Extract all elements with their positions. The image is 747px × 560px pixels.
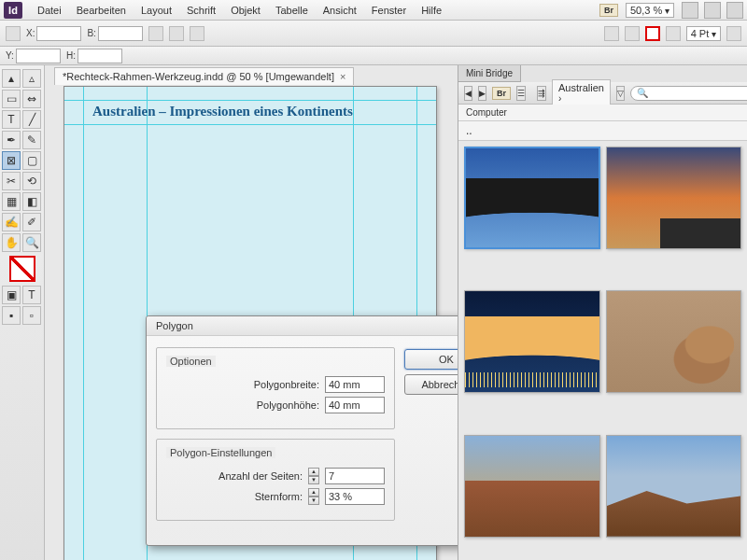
menu-tabelle[interactable]: Tabelle	[268, 2, 316, 19]
thumbnail-5[interactable]	[464, 435, 600, 538]
polygon-height-label: Polygonhöhe:	[257, 399, 319, 411]
path-icon[interactable]: ⇶	[537, 86, 546, 101]
stroke-weight[interactable]: 4 Pt ▾	[686, 26, 721, 41]
menu-schrift[interactable]: Schrift	[179, 2, 223, 19]
normal-view[interactable]: ▪	[2, 306, 21, 325]
view-icon[interactable]: ☰	[516, 86, 526, 101]
rectangle-frame-tool[interactable]: ⊠	[2, 151, 21, 170]
pen-tool[interactable]: ✒	[2, 131, 21, 149]
breadcrumb[interactable]: Australien ›	[552, 79, 611, 106]
bridge-icon[interactable]: Br	[492, 87, 511, 100]
fill-stroke-swatch[interactable]	[9, 256, 35, 282]
hand-tool[interactable]: ✋	[2, 233, 21, 252]
bridge-badge[interactable]: Br	[599, 4, 618, 17]
document-tab-label: *Rechteck-Rahmen-Werkzeug.indd @ 50 % [U…	[63, 71, 334, 82]
polygon-dialog: Polygon Optionen Polygonbreite: Polygonh…	[146, 315, 458, 546]
sides-input[interactable]	[325, 468, 385, 484]
thumbnail-grid	[458, 141, 747, 560]
char-icon[interactable]	[604, 26, 619, 41]
settings-legend: Polygon-Einstellungen	[166, 447, 275, 458]
thumbnail-4[interactable]	[606, 290, 742, 393]
options-legend: Optionen	[166, 356, 216, 367]
effects-icon[interactable]	[726, 26, 741, 41]
toolbox: ▴▵ ▭⇔ T╱ ✒✎ ⊠▢ ✂⟲ ▦◧ ✍✐ ✋🔍 ▣T ▪▫	[0, 65, 45, 560]
thumbnail-2[interactable]	[606, 147, 742, 249]
type-tool[interactable]: T	[2, 110, 21, 129]
thumbnail-3[interactable]	[464, 290, 600, 393]
cancel-button[interactable]: Abbrechen	[404, 374, 458, 395]
star-label: Sternform:	[255, 491, 303, 502]
back-button[interactable]: ◀	[464, 86, 472, 101]
y-label: Y:	[6, 50, 14, 61]
arrange-icon[interactable]	[726, 2, 743, 19]
page-headline: Australien – Impressionen eines Kontinen…	[92, 104, 353, 119]
dialog-title: Polygon	[147, 316, 458, 336]
reference-point-icon[interactable]	[6, 26, 21, 41]
app-logo: Id	[4, 2, 22, 19]
line-tool[interactable]: ╱	[22, 110, 41, 129]
menu-hilfe[interactable]: Hilfe	[414, 2, 449, 19]
filter-icon[interactable]: ▽	[616, 86, 625, 101]
gradient-feather-tool[interactable]: ◧	[22, 192, 41, 211]
polygon-height-input[interactable]	[325, 397, 385, 413]
sides-spinner[interactable]: ▲▼	[308, 468, 319, 484]
link-icon[interactable]	[148, 26, 163, 41]
control-bar: X: B: 4 Pt ▾	[0, 21, 747, 47]
thumbnail-6[interactable]	[606, 435, 742, 538]
para-icon[interactable]	[625, 26, 640, 41]
h-label: H:	[66, 50, 76, 61]
polygon-width-input[interactable]	[325, 376, 385, 393]
menubar: Id Datei Bearbeiten Layout Schrift Objek…	[0, 0, 747, 21]
page-tool[interactable]: ▭	[2, 90, 21, 108]
close-icon[interactable]: ×	[340, 71, 345, 82]
apply-text[interactable]: T	[22, 286, 41, 304]
screen-mode-icon[interactable]	[704, 2, 721, 19]
menu-objekt[interactable]: Objekt	[223, 2, 268, 19]
rectangle-tool[interactable]: ▢	[22, 151, 41, 170]
menu-ansicht[interactable]: Ansicht	[316, 2, 364, 19]
zoom-select[interactable]: 50,3 % ▾	[626, 3, 674, 18]
note-tool[interactable]: ✍	[2, 213, 21, 231]
forward-button[interactable]: ▶	[478, 86, 486, 101]
mini-bridge-panel: Mini Bridge ◀ ▶ Br ☰ ⇶ Australien › ▽ Co…	[458, 65, 747, 560]
eyedropper-tool[interactable]: ✐	[22, 213, 41, 231]
gradient-tool[interactable]: ▦	[2, 192, 21, 211]
up-folder[interactable]: ..	[458, 121, 747, 141]
selection-tool[interactable]: ▴	[2, 69, 21, 88]
height-input[interactable]	[78, 49, 122, 63]
stroke-swatch[interactable]	[645, 26, 660, 41]
gap-tool[interactable]: ⇔	[22, 90, 41, 108]
zoom-tool[interactable]: 🔍	[22, 233, 41, 252]
preview-view[interactable]: ▫	[22, 306, 41, 325]
width-input[interactable]	[98, 26, 143, 41]
y-input[interactable]	[16, 49, 61, 63]
apply-color[interactable]: ▣	[2, 286, 21, 304]
fill-swatch-icon[interactable]	[666, 26, 681, 41]
path-bar[interactable]: Computer	[458, 105, 747, 121]
menu-layout[interactable]: Layout	[134, 2, 179, 19]
pencil-tool[interactable]: ✎	[22, 131, 41, 149]
ok-button[interactable]: OK	[404, 349, 458, 370]
scale-icon[interactable]	[169, 26, 184, 41]
canvas[interactable]: *Rechteck-Rahmen-Werkzeug.indd @ 50 % [U…	[45, 65, 458, 560]
control-bar-2: Y: H:	[0, 47, 747, 65]
b-label: B:	[87, 28, 95, 38]
thumbnail-1[interactable]	[464, 147, 600, 249]
search-input[interactable]	[630, 86, 747, 101]
menu-bearbeiten[interactable]: Bearbeiten	[69, 2, 134, 19]
scissors-tool[interactable]: ✂	[2, 172, 21, 190]
menu-datei[interactable]: Datei	[30, 2, 69, 19]
star-spinner[interactable]: ▲▼	[308, 488, 319, 505]
rotate-icon[interactable]	[190, 26, 204, 41]
direct-selection-tool[interactable]: ▵	[22, 69, 41, 88]
view-mode-icon[interactable]	[682, 2, 698, 19]
transform-tool[interactable]: ⟲	[22, 172, 41, 190]
document-tab[interactable]: *Rechteck-Rahmen-Werkzeug.indd @ 50 % [U…	[54, 67, 354, 85]
polygon-width-label: Polygonbreite:	[254, 379, 319, 390]
menu-fenster[interactable]: Fenster	[364, 2, 414, 19]
star-input[interactable]	[325, 488, 385, 505]
sides-label: Anzahl der Seiten:	[218, 470, 303, 482]
x-input[interactable]	[36, 26, 81, 41]
mini-bridge-tab[interactable]: Mini Bridge	[458, 65, 521, 82]
x-label: X:	[26, 28, 35, 38]
